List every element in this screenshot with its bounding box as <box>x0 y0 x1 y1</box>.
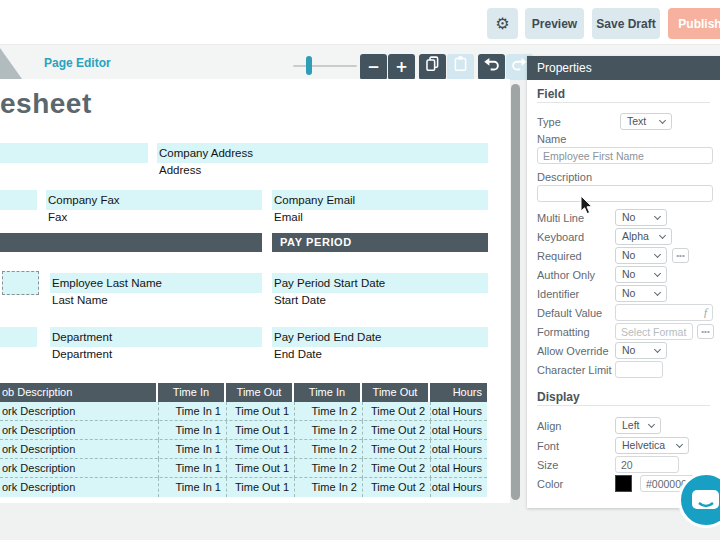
formatting-more-button[interactable]: ••• <box>697 324 714 339</box>
cell-time-in-1[interactable]: Time In 1 <box>158 459 226 478</box>
field-clipped-employee-id[interactable] <box>0 327 37 347</box>
type-value: Text <box>627 115 646 127</box>
align-select[interactable]: Left <box>615 417 661 434</box>
field-employee-last-name[interactable]: Employee Last Name <box>50 273 262 293</box>
field-pay-period-end[interactable]: Pay Period End Date <box>272 327 488 347</box>
divider <box>537 405 710 406</box>
table-row[interactable]: ork Description Time In 1 Time Out 1 Tim… <box>0 459 487 478</box>
allow-override-select[interactable]: No <box>615 342 667 359</box>
zoom-slider-track[interactable] <box>293 65 357 67</box>
properties-panel: Properties Field Type Text Name Descript… <box>527 56 720 508</box>
publish-button[interactable]: Publish <box>668 8 720 39</box>
timesheet-table-body[interactable]: ork Description Time In 1 Time Out 1 Tim… <box>0 402 487 497</box>
cell-time-out-2[interactable]: Time Out 2 <box>362 459 430 478</box>
align-value: Left <box>622 419 640 431</box>
keyboard-select[interactable]: Alpha <box>615 228 672 245</box>
cell-description[interactable]: ork Description <box>0 421 156 440</box>
chevron-down-icon <box>654 251 661 258</box>
identifier-label: Identifier <box>537 288 579 300</box>
paste-button[interactable] <box>447 54 474 80</box>
header-time-in-2: Time In <box>294 383 360 402</box>
cell-time-in-2[interactable]: Time In 2 <box>294 459 362 478</box>
cell-time-out-1[interactable]: Time Out 1 <box>226 421 294 440</box>
author-only-select[interactable]: No <box>615 266 667 283</box>
cell-description[interactable]: ork Description <box>0 478 156 497</box>
field-employee-first-name-selected[interactable] <box>2 271 39 295</box>
zoom-slider-handle[interactable] <box>306 56 312 75</box>
cell-time-out-2[interactable]: Time Out 2 <box>362 421 430 440</box>
save-draft-button[interactable]: Save Draft <box>592 8 660 39</box>
table-row[interactable]: ork Description Time In 1 Time Out 1 Tim… <box>0 478 487 497</box>
cell-time-in-1[interactable]: Time In 1 <box>158 440 226 459</box>
field-name-last-name: Last Name <box>50 294 108 306</box>
chat-launcher-button[interactable] <box>678 472 720 528</box>
cell-time-in-2[interactable]: Time In 2 <box>294 478 362 497</box>
logo-triangle-icon <box>0 46 26 79</box>
form-canvas[interactable]: esheet Company Address Address Company F… <box>0 79 510 503</box>
table-row[interactable]: ork Description Time In 1 Time Out 1 Tim… <box>0 421 487 440</box>
settings-button[interactable]: ⚙ <box>487 8 518 39</box>
description-input[interactable] <box>537 185 713 202</box>
cell-time-in-2[interactable]: Time In 2 <box>294 421 362 440</box>
field-company-address[interactable]: Company Address <box>157 143 488 163</box>
undo-button[interactable] <box>478 54 505 80</box>
cell-time-out-1[interactable]: Time Out 1 <box>226 478 294 497</box>
cell-time-out-1[interactable]: Time Out 1 <box>226 440 294 459</box>
default-value-input[interactable] <box>615 304 713 321</box>
cell-time-out-2[interactable]: Time Out 2 <box>362 402 430 421</box>
formatting-input[interactable] <box>615 323 693 340</box>
name-input[interactable] <box>537 147 713 164</box>
multi-line-select[interactable]: No <box>615 209 667 226</box>
cell-time-out-1[interactable]: Time Out 1 <box>226 402 294 421</box>
cell-time-out-2[interactable]: Time Out 2 <box>362 440 430 459</box>
font-select[interactable]: Helvetica <box>615 437 689 454</box>
field-pay-period-start[interactable]: Pay Period Start Date <box>272 273 488 293</box>
character-limit-input[interactable] <box>615 361 663 378</box>
cell-description[interactable]: ork Description <box>0 402 156 421</box>
gear-icon: ⚙ <box>495 14 509 33</box>
size-input[interactable] <box>615 456 679 473</box>
cell-time-out-2[interactable]: Time Out 2 <box>362 478 430 497</box>
cell-time-in-1[interactable]: Time In 1 <box>158 421 226 440</box>
cell-time-in-1[interactable]: Time In 1 <box>158 478 226 497</box>
required-label: Required <box>537 250 582 262</box>
identifier-select[interactable]: No <box>615 285 667 302</box>
canvas-scrollbar[interactable] <box>511 84 520 500</box>
cell-total-hours[interactable]: otal Hours <box>430 421 487 440</box>
cell-total-hours[interactable]: otal Hours <box>430 402 487 421</box>
section-bar-pay-period: PAY PERIOD <box>272 233 488 252</box>
divider <box>537 102 710 103</box>
copy-button[interactable] <box>419 54 446 80</box>
field-company-email[interactable]: Company Email <box>272 190 488 210</box>
table-row[interactable]: ork Description Time In 1 Time Out 1 Tim… <box>0 440 487 459</box>
cell-description[interactable]: ork Description <box>0 440 156 459</box>
type-select[interactable]: Text <box>620 113 672 130</box>
author-only-value: No <box>622 268 635 280</box>
cell-total-hours[interactable]: otal Hours <box>430 440 487 459</box>
cell-time-in-2[interactable]: Time In 2 <box>294 440 362 459</box>
table-row[interactable]: ork Description Time In 1 Time Out 1 Tim… <box>0 402 487 421</box>
preview-button[interactable]: Preview <box>525 8 584 39</box>
chevron-down-icon <box>659 117 666 124</box>
required-more-button[interactable]: ••• <box>672 248 689 263</box>
field-clipped-phone[interactable] <box>0 190 37 210</box>
cell-time-in-2[interactable]: Time In 2 <box>294 402 362 421</box>
required-select[interactable]: No <box>615 247 667 264</box>
field-clipped-company-name[interactable] <box>0 143 148 163</box>
cell-time-out-1[interactable]: Time Out 1 <box>226 459 294 478</box>
header-job-description: ob Description <box>0 383 156 402</box>
field-name-end-date: End Date <box>272 348 322 360</box>
color-swatch[interactable] <box>615 475 632 492</box>
cell-total-hours[interactable]: otal Hours <box>430 459 487 478</box>
clipboard-icon <box>452 55 469 72</box>
cell-time-in-1[interactable]: Time In 1 <box>158 402 226 421</box>
field-company-fax[interactable]: Company Fax <box>46 190 262 210</box>
cell-description[interactable]: ork Description <box>0 459 156 478</box>
cell-total-hours[interactable]: otal Hours <box>430 478 487 497</box>
field-name-start-date: Start Date <box>272 294 326 306</box>
zoom-out-button[interactable]: − <box>360 54 387 80</box>
field-department[interactable]: Department <box>50 327 262 347</box>
copy-icon <box>424 55 441 72</box>
field-name-email: Email <box>272 211 303 223</box>
zoom-in-button[interactable]: + <box>388 54 415 80</box>
